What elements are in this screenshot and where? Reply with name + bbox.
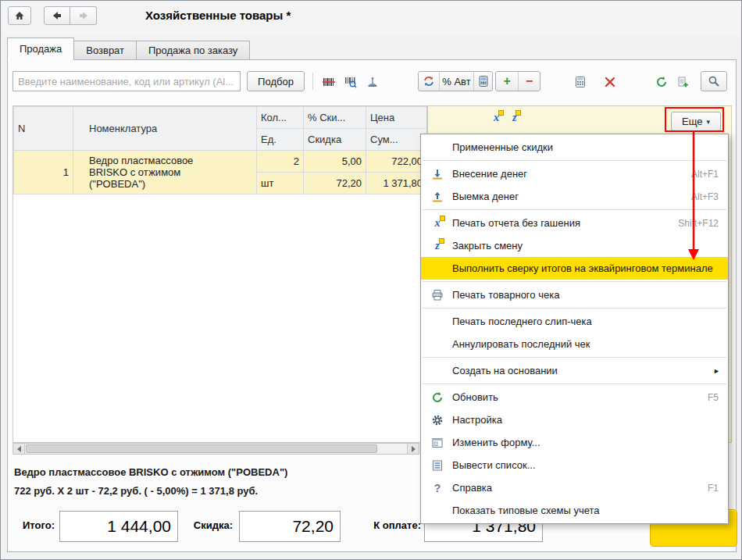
search-icon [708,75,720,87]
menu-item-x-report[interactable]: x Печать отчета без гашения Shift+F12 [421,212,728,234]
col-header-nomenclature: Номенклатура [73,107,257,151]
menu-separator [421,280,728,284]
exchange-arrows-icon [423,75,435,87]
menu-separator [421,355,728,359]
scroll-thumb[interactable] [26,444,377,453]
menu-separator [421,208,728,212]
discount-label: Скидка: [184,519,233,531]
calculator-button[interactable] [569,72,591,91]
menu-item-cancel-last-receipt[interactable]: Аннулировать последний чек [421,333,728,355]
scroll-left-arrow[interactable] [13,444,25,454]
tab-prodazha[interactable]: Продажа [7,37,74,60]
payment-terminal-button[interactable] [473,72,492,91]
context-menu: Примененные скидки Внесение денег Alt+F1… [420,134,729,524]
auto-discount-button[interactable]: % Авт [439,72,473,91]
menu-item-terminal-reconciliation[interactable]: Выполнить сверку итогов на эквайринговом… [421,257,728,280]
decrease-qty-button[interactable]: − [518,72,540,91]
forward-arrow-icon [77,9,90,22]
barcode-scan-button[interactable] [319,72,339,91]
current-item-calc: 722 руб. X 2 шт - 72,2 руб. ( - 5,00%) =… [14,485,258,497]
new-receipt-button[interactable] [672,72,693,91]
menu-item-print-goods-receipt[interactable]: Печать товарного чека [421,284,728,306]
plus-icon: + [504,74,511,88]
search-input[interactable] [12,71,241,91]
cell-sum[interactable]: 1 371,80 [366,173,427,194]
menu-item-applied-discounts[interactable]: Примененные скидки [421,136,728,159]
back-button[interactable] [44,6,70,25]
cell-row-number[interactable]: 1 [14,151,73,194]
z-report-icon: z [427,241,448,251]
cell-qty[interactable]: 2 [257,151,304,173]
menu-item-settings[interactable]: Настройка [421,408,728,431]
cell-discount[interactable]: 72,20 [304,173,366,194]
col-header-sum: Сум... [366,129,427,151]
home-button[interactable] [8,6,31,25]
list-icon [427,459,448,472]
menu-item-print-last-slip[interactable]: Печать последнего слип-чека [421,310,728,333]
z-report-icon[interactable]: z [512,112,516,123]
col-header-price: Цена [366,107,427,129]
payable-label: К оплате: [357,519,421,531]
menu-item-cash-out[interactable]: Выемка денег Alt+F3 [421,185,728,208]
menu-item-help[interactable]: ? Справка F1 [421,476,728,499]
scroll-right-arrow[interactable] [407,444,419,454]
scales-button[interactable] [362,72,383,91]
tab-prodazha-po-zakazu[interactable]: Продажа по заказу [136,41,250,60]
tab-strip: Продажа Возврат Продажа по заказу [7,37,249,60]
cash-in-icon [427,168,448,180]
delete-row-button[interactable] [599,72,621,91]
recalc-discounts-button[interactable] [419,72,439,91]
col-header-qty: Кол... [257,107,304,129]
podbor-button[interactable]: Подбор [247,71,305,91]
menu-item-close-shift[interactable]: z Закрыть смену [421,234,728,257]
table-row[interactable]: 1 Ведро пластмассовое BRISKO с отжимом (… [14,151,427,173]
cell-price[interactable]: 722,00 [366,151,427,173]
open-shift-button[interactable] [651,72,672,91]
page-title: Хозяйственные товары * [145,9,291,22]
right-triangle-icon [412,446,416,452]
menu-separator [421,382,728,386]
qty-adjust-group: + − [495,71,540,91]
left-triangle-icon [17,446,21,452]
calculator-icon [574,76,587,88]
x-report-icon: x [427,218,448,229]
cell-discount-pct[interactable]: 5,00 [304,151,366,173]
esche-button[interactable]: Еще ▾ [671,112,721,131]
gear-icon [427,414,448,426]
cell-nomenclature[interactable]: Ведро пластмассовое BRISKO с отжимом ("P… [73,151,257,194]
h-scrollbar[interactable] [12,443,419,455]
x-report-icon[interactable]: x [494,112,499,123]
items-table: N Номенклатура Кол... % Ски... Цена Ед. … [13,106,427,194]
menu-item-cash-in[interactable]: Внесение денег Alt+F1 [421,162,728,185]
items-table-area: N Номенклатура Кол... % Ски... Цена Ед. … [12,105,427,443]
back-arrow-icon [51,9,63,22]
chevron-down-icon: ▾ [706,118,710,126]
barcode-search-button[interactable] [341,72,361,91]
menu-item-create-based-on[interactable]: Создать на основании ► [421,359,728,382]
payment-terminal-icon [477,75,490,87]
search-button[interactable] [701,71,727,91]
auto-discount-group: % Авт [418,71,493,91]
increase-qty-button[interactable]: + [496,72,518,91]
app-window: Хозяйственные товары * Продажа Возврат П… [0,0,742,560]
printer-icon [427,289,448,301]
toolbar-separator [312,73,313,90]
cash-out-icon [427,191,448,203]
barcode-search-icon [344,76,357,88]
total-label: Итого: [12,519,55,531]
menu-item-print-list[interactable]: Вывести список... [421,454,728,476]
barcode-icon [323,76,335,88]
esche-label: Еще [682,116,702,127]
menu-item-change-form[interactable]: Изменить форму... [421,431,728,454]
new-receipt-icon [676,76,689,88]
home-icon [13,9,26,22]
forward-button[interactable] [70,6,97,25]
minus-icon: − [526,74,533,88]
col-header-n: N [14,107,73,151]
cell-unit[interactable]: шт [257,173,304,194]
refresh-icon [427,391,448,404]
green-refresh-circle-icon [655,76,668,88]
menu-item-refresh[interactable]: Обновить F5 [421,386,728,408]
tab-vozvrat[interactable]: Возврат [73,41,137,60]
menu-item-show-accounting-schemes[interactable]: Показать типовые схемы учета [421,499,728,522]
